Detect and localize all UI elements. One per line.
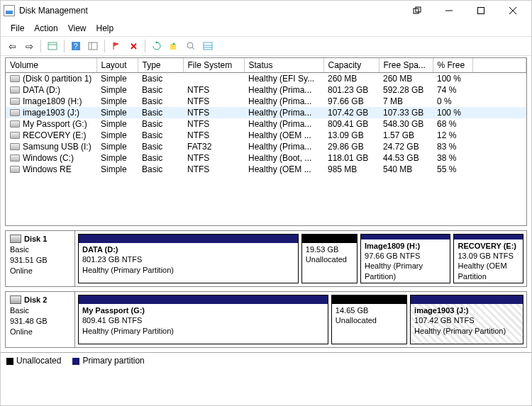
volume-icon [10,98,20,105]
menu-file[interactable]: File [6,22,28,35]
table-row[interactable]: My Passport (G:)SimpleBasicNTFSHealthy (… [6,118,526,130]
col-volume[interactable]: Volume [6,58,96,73]
table-row[interactable]: (Disk 0 partition 1)SimpleBasicHealthy (… [6,73,526,85]
disk-info[interactable]: Disk 2Basic931.48 GBOnline [6,292,75,347]
partition-primary[interactable]: RECOVERY (E:)13.09 GB NTFSHealthy (OEM P… [453,234,523,283]
svg-text:?: ? [74,43,78,50]
window-buttons [401,1,528,21]
list-icon[interactable] [201,39,215,53]
volume-list[interactable]: Volume Layout Type File System Status Ca… [5,57,527,226]
separator [64,40,65,52]
col-filesystem[interactable]: File System [183,58,244,73]
partition-primary[interactable]: My Passport (G:)809.41 GB NTFSHealthy (P… [78,295,328,344]
refresh-icon[interactable] [150,39,164,53]
volume-icon [10,143,20,150]
app-icon [4,5,15,16]
disk-block: Disk 2Basic931.48 GBOnlineMy Passport (G… [5,291,527,348]
svg-point-13 [187,43,193,48]
volume-icon [10,75,20,82]
menu-bar: File Action View Help [1,21,531,36]
partition-unallocated[interactable]: 14.65 GBUnallocated [331,295,407,344]
help-icon[interactable]: ? [69,39,83,53]
table-row[interactable]: image1903 (J:)SimpleBasicNTFSHealthy (Pr… [6,107,526,118]
rescan-icon[interactable] [167,39,181,53]
table-row[interactable]: Image1809 (H:)SimpleBasicNTFSHealthy (Pr… [6,96,526,107]
partition-primary[interactable]: DATA (D:)801.23 GB NTFSHealthy (Primary … [78,234,299,283]
delete-icon[interactable]: ✕ [126,39,140,53]
col-capacity[interactable]: Capacity [323,58,379,73]
separator [145,40,145,52]
table-row[interactable]: Windows (C:)SimpleBasicNTFSHealthy (Boot… [6,152,526,164]
svg-rect-12 [170,44,176,50]
menu-action[interactable]: Action [30,22,62,35]
close-button[interactable] [497,1,528,21]
legend-unallocated: Unallocated [6,356,61,366]
col-layout[interactable]: Layout [96,58,138,73]
window-title: Disk Management [19,6,88,16]
col-status[interactable]: Status [244,58,323,73]
col-type[interactable]: Type [138,58,183,73]
volume-icon [10,120,20,128]
titlebar: Disk Management [1,1,531,21]
volume-icon [10,132,20,139]
legend: Unallocated Primary partition [1,352,531,368]
table-row[interactable]: Samsung USB (I:)SimpleBasicFAT32Healthy … [6,141,526,152]
svg-rect-15 [204,43,212,50]
table-row[interactable]: RECOVERY (E:)SimpleBasicNTFSHealthy (OEM… [6,130,526,141]
svg-rect-10 [89,43,97,50]
disk-icon [10,295,21,304]
disk-icon [10,235,21,243]
partition-primary[interactable]: Image1809 (H:)97.66 GB NTFSHealthy (Prim… [360,234,450,283]
menu-view[interactable]: View [64,22,91,35]
flag-icon[interactable] [109,39,123,53]
disk-block: Disk 1Basic931.51 GBOnlineDATA (D:)801.2… [5,230,527,287]
forward-button[interactable]: ⇨ [22,39,36,53]
minimize-button[interactable] [433,1,465,21]
table-row[interactable]: DATA (D:)SimpleBasicNTFSHealthy (Prima..… [6,84,526,96]
show-hide-icon[interactable] [45,39,60,53]
back-button[interactable]: ⇦ [5,39,19,53]
find-icon[interactable] [184,39,198,53]
col-spacer [472,58,526,73]
column-headers[interactable]: Volume Layout Type File System Status Ca… [6,58,526,73]
col-pctfree[interactable]: % Free [433,58,472,73]
separator [40,40,41,52]
graphical-view: Disk 1Basic931.51 GBOnlineDATA (D:)801.2… [1,227,531,348]
volume-icon [10,109,20,116]
table-row[interactable]: Windows RESimpleBasicNTFSHealthy (OEM ..… [6,164,526,175]
separator [104,40,105,52]
legend-primary: Primary partition [72,356,144,366]
svg-rect-6 [48,43,57,50]
restore-extra-button[interactable] [401,1,433,21]
svg-line-14 [192,47,194,50]
toolbar: ⇦ ⇨ ? ✕ [1,36,531,56]
partition-unallocated[interactable]: 19.53 GBUnallocated [301,234,358,283]
partition-primary[interactable]: image1903 (J:)107.42 GB NTFSHealthy (Pri… [410,295,523,344]
volume-icon [10,166,20,173]
volume-icon [10,86,20,94]
menu-help[interactable]: Help [92,22,118,35]
col-free[interactable]: Free Spa... [379,58,433,73]
svg-rect-3 [477,8,484,14]
settings-icon[interactable] [86,39,100,53]
disk-info[interactable]: Disk 1Basic931.51 GBOnline [6,231,75,286]
maximize-button[interactable] [465,1,497,21]
volume-icon [10,154,20,162]
